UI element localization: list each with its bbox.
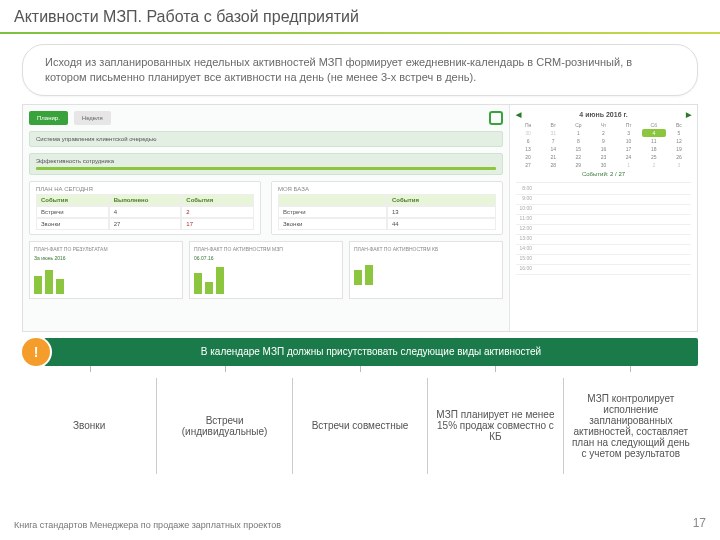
col-count: События — [181, 194, 254, 206]
cal-prev-icon: ◀ — [516, 111, 521, 119]
calendar-hours: 8:00 9:00 10:00 11:00 12:00 13:00 14:00 … — [516, 185, 691, 275]
page-number: 17 — [693, 516, 706, 530]
page-title: Активности МЗП. Работа с базой предприят… — [0, 0, 720, 32]
row-call-done: 17 — [181, 218, 254, 230]
box-meetings-joint: Встречи совместные — [293, 378, 427, 474]
col-events: События — [36, 194, 109, 206]
calendar-panel: ◀ 4 июнь 2016 г. ▶ ПнВтСрЧтПтСбВс 303112… — [509, 105, 697, 331]
chart-date-label: 06.07.16 — [194, 255, 338, 261]
base-meet-count: 13 — [387, 206, 496, 218]
my-base-label: МОЯ БАЗА — [278, 186, 496, 192]
box-plan-15pct: МЗП планирует не менее 15% продаж совмес… — [428, 378, 562, 474]
base-col-count: События — [387, 194, 496, 206]
calendar-month: 4 июнь 2016 г. — [579, 111, 627, 118]
row-call-plan: 27 — [109, 218, 182, 230]
box-meetings-individual: Встречи (индивидуальные) — [157, 378, 291, 474]
crm-week-button: Неделя — [74, 111, 111, 125]
chart-plan-activities-kb: ПЛАН-ФАКТ ПО АКТИВНОСТЯМ КБ — [349, 241, 503, 299]
calendar-grid: ПнВтСрЧтПтСбВс 303112345 6789101112 1314… — [516, 121, 691, 169]
exclamation-icon: ! — [22, 338, 50, 366]
activity-boxes: Звонки Встречи (индивидуальные) Встречи … — [22, 378, 698, 474]
crm-plan-button: Планир. — [29, 111, 68, 125]
intro-callout: Исходя из запланированных недельных акти… — [22, 44, 698, 96]
calendar-footer: Событий: 2 / 27 — [516, 169, 691, 179]
base-row-meet: Встречи — [278, 206, 387, 218]
col-done: Выполнено — [109, 194, 182, 206]
chart-plan-activities: ПЛАН-ФАКТ ПО АКТИВНОСТЯМ МЗП 06.07.16 — [189, 241, 343, 299]
title-underline — [0, 32, 720, 34]
chart-month-label: За июнь 2016 — [34, 255, 178, 261]
cal-next-icon: ▶ — [686, 111, 691, 119]
chart-plan-activities-label: ПЛАН-ФАКТ ПО АКТИВНОСТЯМ МЗП — [194, 246, 338, 252]
box-control: МЗП контролирует исполнение запланирован… — [564, 378, 698, 474]
chart-plan-activities-kb-label: ПЛАН-ФАКТ ПО АКТИВНОСТЯМ КБ — [354, 246, 498, 252]
base-call-count: 44 — [387, 218, 496, 230]
plan-today-label: ПЛАН НА СЕГОДНЯ — [36, 186, 254, 192]
activities-strip: ! В календаре МЗП должны присутствовать … — [22, 338, 698, 366]
row-meet-plan: 4 — [109, 206, 182, 218]
crm-panel-queue: Система управления клиентской очередью — [29, 131, 503, 147]
footer-text: Книга стандартов Менеджера по продаже за… — [14, 520, 281, 530]
refresh-icon — [489, 111, 503, 125]
crm-panel-efficiency-label: Эффективность сотрудника — [36, 158, 114, 164]
chart-plan-results: ПЛАН-ФАКТ ПО РЕЗУЛЬТАТАМ За июнь 2016 — [29, 241, 183, 299]
row-meet-label: Встречи — [36, 206, 109, 218]
row-meet-done: 2 — [181, 206, 254, 218]
crm-panel-efficiency: Эффективность сотрудника — [29, 153, 503, 175]
row-call-label: Звонки — [36, 218, 109, 230]
base-row-call: Звонки — [278, 218, 387, 230]
chart-plan-results-label: ПЛАН-ФАКТ ПО РЕЗУЛЬТАТАМ — [34, 246, 178, 252]
crm-screenshot: Планир. Неделя Система управления клиент… — [22, 104, 698, 332]
activities-strip-text: В календаре МЗП должны присутствовать сл… — [44, 338, 698, 366]
box-calls: Звонки — [22, 378, 156, 474]
